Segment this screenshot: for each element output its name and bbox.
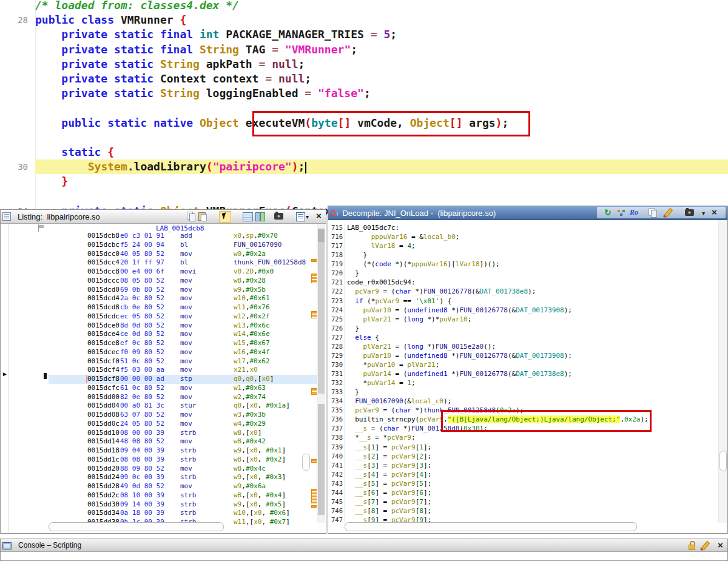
console-window[interactable]: Console – Scripting [0, 539, 728, 561]
listing-window[interactable]: Listing: libpairipcore.so ► LAB_0015dcb8… [0, 209, 326, 534]
asm-row[interactable]: 0015dd340a 18 00 39strbw10,[x0, #0x6] [49, 509, 318, 518]
scrollbar-thumb[interactable] [318, 404, 325, 515]
java-code-line[interactable]: private static String apkPath = null; [0, 57, 728, 72]
decompile-horizontal-scrollbar[interactable] [345, 522, 637, 531]
snapshot-camera-icon[interactable] [685, 209, 694, 216]
asm-row[interactable]: 0015dcd069 0b 80 52movw9,#0x5b [49, 286, 318, 295]
re-decompile-icon[interactable] [604, 207, 612, 217]
java-code-line[interactable]: private static String loggingEnabled = "… [0, 86, 728, 101]
asm-row[interactable]: 0015dcc040 05 80 52movw0,#0x2a [49, 250, 318, 259]
java-code-line[interactable]: static { [0, 145, 728, 160]
paste-icon[interactable] [198, 212, 207, 221]
decompile-line[interactable]: 732 *puVar14 = 1; [329, 378, 718, 388]
asm-row[interactable]: 0015dcd8cb 0e 80 52movw11,#0x76 [49, 303, 318, 312]
java-code-line[interactable] [0, 130, 728, 145]
asm-row[interactable]: 0015dd1448 08 80 52movw8,#0x42 [49, 437, 318, 446]
decompile-line[interactable]: 717 lVar18 = 4; [329, 241, 718, 250]
clear-pencil-icon[interactable] [701, 541, 710, 550]
snapshot-camera-icon[interactable] [274, 213, 283, 220]
asm-row[interactable]: 0015dd2c08 10 00 39strbw8,[x0, #0x4] [49, 491, 318, 500]
scrollbar-thumb[interactable] [318, 242, 325, 394]
decompile-line[interactable]: 731 puVar14 = (undefined1 *)FUN_00126778… [329, 369, 718, 378]
asm-row[interactable]: 0015dcc800 e4 00 6fmoviv0.2D,#0x0 [49, 267, 318, 277]
listing-title-bar[interactable]: Listing: libpairipcore.so [1, 210, 326, 224]
decompile-line[interactable]: 726 } [329, 324, 718, 333]
asm-row[interactable]: 0015dd1c08 08 00 39strbw8,[x0, #0x2] [49, 455, 318, 465]
decompile-title-bar[interactable]: Cf Decompile: JNI_OnLoad - (libpairipcor… [328, 206, 727, 220]
listing-scrollbar[interactable] [317, 224, 325, 523]
asm-row[interactable]: 0015dd0863 07 80 52movw3,#0x3b [49, 411, 318, 420]
decompile-line[interactable]: 743 __s[5] = pcVar9[5]; [329, 479, 718, 488]
scrollbar-thumb[interactable] [318, 229, 325, 242]
function-graph-icon[interactable] [617, 209, 625, 216]
java-code-line[interactable] [0, 101, 728, 115]
decompile-line[interactable]: 736 builtin_strncpy(pcVar9,"([B[Ljava/la… [329, 415, 718, 424]
rename-icon[interactable]: Ro [630, 207, 638, 218]
lock-icon[interactable] [689, 541, 695, 549]
decompile-line[interactable]: 735 pcVar9 = (char *)thunk_FUN_001258d8(… [329, 406, 718, 415]
decompile-line[interactable]: 733 } [329, 388, 718, 397]
java-code-line[interactable]: 30 System.loadLibrary("pairipcore"); [0, 160, 728, 174]
listing-horizontal-scrollbar[interactable] [49, 522, 224, 531]
decompile-line[interactable]: 729 puVar10 = (undefined8 *)FUN_00126778… [329, 351, 718, 360]
java-code-line[interactable]: 28public class VMRunner { [0, 13, 728, 27]
close-icon[interactable] [718, 540, 723, 550]
decompile-line[interactable]: 745 __s[7] = pcVar9[7]; [329, 497, 718, 506]
java-code-line[interactable]: private static final String TAG = "VMRun… [0, 42, 728, 57]
asm-row[interactable]: 0015dce08d 0d 80 52movw13,#0x6c [49, 321, 318, 331]
close-icon[interactable] [712, 207, 717, 217]
asm-row[interactable]: 0015dcb8e0 c3 01 91addx0,sp,#0x70 [49, 232, 318, 241]
copy-icon[interactable] [648, 208, 658, 218]
overview-thumb[interactable] [302, 454, 310, 471]
decompile-line[interactable]: 741 __s[3] = pcVar9[3]; [329, 461, 718, 470]
scrollbar-thumb[interactable] [720, 451, 727, 471]
decompile-window[interactable]: Cf Decompile: JNI_OnLoad - (libpairipcor… [328, 206, 728, 534]
asm-row[interactable]: 0015dcf800 00 00 adstpq0,q0,[x0] [49, 375, 318, 384]
decompile-line[interactable]: 746 __s[8] = pcVar9[8]; [329, 506, 718, 516]
asm-row[interactable]: 0015dcd42a 0c 80 52movw10,#0x61 [49, 294, 318, 303]
console-output[interactable] [1, 552, 727, 560]
asm-row[interactable]: 0015dd2849 0d 80 52movw9,#0x6a [49, 482, 318, 491]
chevron-down-icon[interactable] [306, 212, 309, 221]
asm-row[interactable]: 0015dcf051 0c 80 52movw17,#0x62 [49, 357, 318, 366]
asm-row[interactable]: 0015dcbcf5 24 00 94blFUN_00167090 [49, 241, 318, 250]
decompile-line[interactable]: 738 *__s = *pcVar9; [329, 433, 718, 442]
decompile-body[interactable]: 715LAB_0015dc7c:716 pppuVar16 = &local_b… [329, 220, 727, 532]
decompile-line[interactable]: 728 plVar21 = (long *)FUN_0015e2a0(); [329, 342, 718, 351]
java-code-line[interactable] [0, 189, 728, 203]
asm-row[interactable]: 0015dcf4f5 03 00 aamovx21,x0 [49, 366, 318, 375]
decompile-line[interactable]: 742 __s[4] = pcVar9[4]; [329, 470, 718, 479]
decompile-line[interactable]: 744 __s[6] = pcVar9[6]; [329, 488, 718, 497]
decompile-line[interactable]: 724 puVar10 = (undefined8 *)FUN_00126778… [329, 306, 718, 315]
selection-table-icon[interactable] [243, 212, 253, 221]
decompile-scrollbar[interactable] [718, 220, 727, 523]
asm-row[interactable]: 0015dce8ef 0c 80 52movw15,#0x67 [49, 339, 318, 348]
asm-row[interactable]: 0015dd2409 0c 00 39strbw9,[x0, #0x3] [49, 473, 318, 482]
asm-row[interactable]: 0015dd0c24 05 80 52movw4,#0x29 [49, 420, 318, 429]
chevron-down-icon[interactable] [702, 208, 705, 218]
decompile-line[interactable]: 740 __s[2] = pcVar9[2]; [329, 452, 718, 461]
decompile-line[interactable]: 718 } [329, 250, 718, 260]
asm-row[interactable]: 0015dcdcec 05 80 52movw12,#0x2f [49, 312, 318, 321]
asm-row[interactable]: 0015dcfc61 0c 80 52movw1,#0x63 [49, 384, 318, 393]
asm-row[interactable]: 0015dd0400 a0 81 3csturq0,[x0, #0x1a] [49, 401, 318, 411]
decompile-line[interactable]: 716 pppuVar16 = &local_b0; [329, 232, 718, 241]
decompile-line[interactable]: 722 pcVar9 = (char *)FUN_00126778(&DAT_0… [329, 287, 718, 296]
asm-row[interactable]: 0015dd1809 04 00 39strbw9,[x0, #0x1] [49, 446, 318, 455]
java-source-editor[interactable]: /* loaded from: classes4.dex */28public … [0, 0, 728, 220]
asm-row[interactable]: 0015dcecf0 09 80 52movw16,#0x4f [49, 348, 318, 357]
asm-row[interactable]: 0015dd1008 00 00 39strbw8,[x0] [49, 429, 318, 438]
decompile-line[interactable]: 715LAB_0015dc7c: [329, 223, 718, 232]
decompile-line[interactable]: 725 plVar21 = (long *)*puVar10; [329, 315, 718, 324]
decompile-line[interactable]: 721code_r0x0015dc94: [329, 278, 718, 287]
diff-view-icon[interactable] [255, 212, 265, 220]
asm-row[interactable]: 0015dd2088 09 80 52movw8,#0x4c [49, 465, 318, 474]
java-code-line[interactable]: /* loaded from: classes4.dex */ [0, 0, 728, 13]
console-title-bar[interactable]: Console – Scripting [1, 539, 727, 552]
copy-icon[interactable] [186, 212, 196, 221]
listing-body[interactable]: ► LAB_0015dcb80015dcb8e0 c3 01 91addx0,s… [1, 224, 325, 532]
asm-row[interactable]: 0015dd0082 0e 80 52movw2,#0x74 [49, 393, 318, 402]
java-code-line[interactable]: } [0, 174, 728, 189]
asm-row[interactable]: 0015dccc08 05 80 52movw8,#0x28 [49, 277, 318, 286]
decompile-line[interactable]: 734 FUN_00167090(&local_c0); [329, 397, 718, 406]
